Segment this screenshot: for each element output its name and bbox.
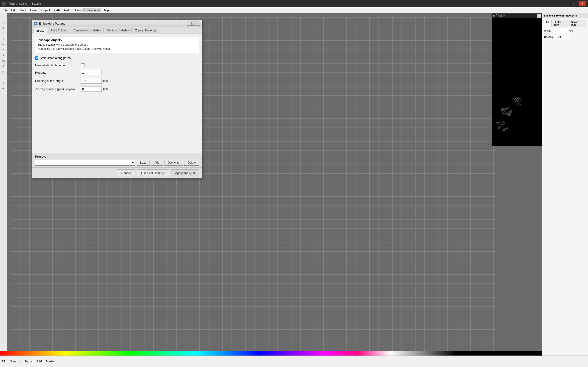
dialog-footer: Cancel Use Last Settings Apply and Quit — [32, 167, 202, 178]
menu-bar: File Edit View Layer Object Path Text Fi… — [0, 7, 588, 13]
border-value: Border — [46, 360, 54, 363]
dashes-input[interactable] — [555, 35, 569, 39]
menu-edit[interactable]: Edit — [9, 8, 18, 12]
menu-text[interactable]: Text — [61, 8, 71, 12]
running-stitch-label: Running stitch length — [35, 79, 81, 83]
select-tool[interactable]: ↖ — [1, 14, 6, 19]
tab-satin-column[interactable]: Satin Column — [48, 28, 70, 33]
info-line2: • Enabling this tab will disable Satin C… — [38, 47, 197, 51]
svg-line-33 — [499, 127, 507, 131]
close-button[interactable]: ✕ — [579, 1, 586, 6]
menu-file[interactable]: File — [1, 8, 9, 12]
color-bar[interactable] — [0, 351, 542, 356]
use-last-settings-button[interactable]: Use Last Settings — [137, 169, 169, 176]
load-button[interactable]: Load — [137, 160, 150, 166]
svg-line-30 — [498, 124, 509, 128]
maximize-button[interactable]: □ — [571, 1, 578, 6]
apply-and-quit-button[interactable]: Apply and Quit — [171, 169, 199, 176]
dialog-title-bar: ✦ Embroidery Params ─ □ ✕ — [32, 20, 202, 27]
width-row: Width: mm — [544, 29, 586, 33]
fill-tool[interactable]: ⬡ — [1, 64, 6, 69]
tab-contour-underlay[interactable]: Contour Underlay — [104, 28, 132, 33]
tabs-bar: Stroke Satin Column Center-Walk Underlay… — [32, 27, 202, 33]
preview-canvas — [492, 18, 542, 145]
stroke-value: 3.03 — [37, 360, 42, 363]
svg-line-9 — [514, 97, 522, 102]
info-line1: These settings will be applied to 1 obje… — [38, 43, 197, 47]
repeats-label: Repeats — [35, 71, 81, 74]
stroke-label: Stroke: — [24, 360, 33, 363]
menu-help[interactable]: Help — [101, 8, 111, 12]
preview-title: Preview — [496, 14, 506, 17]
info-box-text: These settings will be applied to 1 obje… — [38, 43, 197, 51]
manual-stitch-row: Manual stitch placement — [35, 63, 199, 67]
menu-extensions[interactable]: Extensions — [82, 8, 101, 12]
manual-stitch-checkbox[interactable] — [81, 63, 85, 67]
gradient-tool[interactable]: ◫ — [1, 58, 6, 63]
zigzag-spacing-unit: mm — [103, 87, 108, 91]
dialog-minimize-button[interactable]: ─ — [187, 22, 191, 26]
svg-line-14 — [519, 104, 522, 106]
dropper-tool[interactable]: ⊛ — [1, 80, 6, 85]
overwrite-button[interactable]: Overwrite — [164, 160, 183, 166]
menu-path[interactable]: Path — [52, 8, 61, 12]
app-icon — [2, 2, 6, 6]
presets-select[interactable] — [35, 160, 135, 166]
width-label: Width: — [544, 30, 551, 32]
connector-tool[interactable]: ⊟ — [1, 86, 6, 91]
measure-tool[interactable]: ⊢ — [1, 69, 6, 74]
running-stitch-input[interactable] — [81, 78, 102, 83]
pencil-tool[interactable]: ✏ — [1, 42, 6, 47]
fill-stroke-panel: Fill Stroke paint Stroke style Width: mm… — [542, 18, 588, 42]
zoom-tool[interactable]: ⊕ — [1, 25, 6, 30]
text-tool[interactable]: A — [1, 53, 6, 58]
dialog-window: ✦ Embroidery Params ─ □ ✕ Stroke Satin C… — [32, 20, 202, 178]
presets-bar: Presets Load Add Overwrite Delete — [32, 153, 202, 167]
fill-stroke-tabs: Fill Stroke paint Stroke style — [544, 20, 586, 27]
node-tool[interactable]: ◇ — [1, 20, 6, 25]
fill-stroke-panel-title: Fill and Stroke (Shift+Ctrl+F) — [542, 13, 588, 18]
tab-fill[interactable]: Fill — [544, 20, 552, 27]
dialog-close-button[interactable]: ✕ — [196, 22, 200, 26]
zigzag-spacing-row: Zig-zag spacing (peak-to-peak) mm — [35, 86, 199, 92]
tab-stroke[interactable]: Stroke — [33, 28, 47, 33]
zigzag-spacing-label: Zig-zag spacing (peak-to-peak) — [35, 87, 81, 91]
width-input[interactable] — [553, 29, 567, 33]
satin-stitch-label[interactable]: Satin stitch along paths — [40, 56, 70, 60]
presets-label: Presets — [35, 155, 199, 158]
menu-view[interactable]: View — [18, 8, 28, 12]
svg-line-27 — [496, 121, 507, 125]
spray-tool[interactable]: ∷ — [1, 75, 6, 80]
manual-stitch-label: Manual stitch placement — [35, 64, 81, 67]
running-stitch-unit: mm — [103, 79, 108, 82]
minimize-button[interactable]: ─ — [562, 1, 570, 6]
add-button[interactable]: Add — [151, 160, 163, 166]
repeats-input[interactable] — [81, 70, 102, 75]
app-title: *Prismshard.svg - Inkscape — [7, 2, 41, 5]
satin-stitch-checkbox[interactable] — [35, 56, 38, 60]
embroidery-preview-svg — [494, 95, 531, 141]
window-controls: ─ □ ✕ — [562, 1, 586, 6]
tab-center-walk-underlay[interactable]: Center-Walk Underlay — [71, 28, 104, 33]
tab-zigzag-underlay[interactable]: Zig-zag Underlay — [132, 28, 159, 33]
pen-tool[interactable]: ✒ — [1, 47, 6, 52]
fill-label: Fill: — [2, 360, 6, 363]
tab-stroke-style[interactable]: Stroke style — [569, 20, 586, 27]
menu-filters[interactable]: Filters — [71, 8, 82, 12]
rect-tool[interactable]: □ — [1, 31, 6, 36]
tab-stroke-paint[interactable]: Stroke paint — [552, 20, 569, 27]
zigzag-spacing-input[interactable] — [81, 86, 102, 92]
running-stitch-row: Running stitch length mm — [35, 78, 199, 83]
svg-line-21 — [504, 112, 511, 115]
delete-button[interactable]: Delete — [184, 160, 199, 166]
menu-layer[interactable]: Layer — [28, 8, 40, 12]
preview-label-bar: ◉ Preview ✕ — [492, 14, 542, 18]
ellipse-tool[interactable]: ○ — [1, 36, 6, 41]
status-bar: Fill: None | Stroke: 3.03 Border — [0, 356, 588, 367]
preview-close-button[interactable]: ✕ — [537, 14, 541, 18]
fill-value: None — [10, 360, 17, 363]
cancel-button[interactable]: Cancel — [117, 169, 135, 176]
dialog-content: Inkscape objects These settings will be … — [32, 33, 202, 153]
menu-object[interactable]: Object — [40, 8, 52, 12]
dialog-maximize-button[interactable]: □ — [191, 22, 195, 26]
